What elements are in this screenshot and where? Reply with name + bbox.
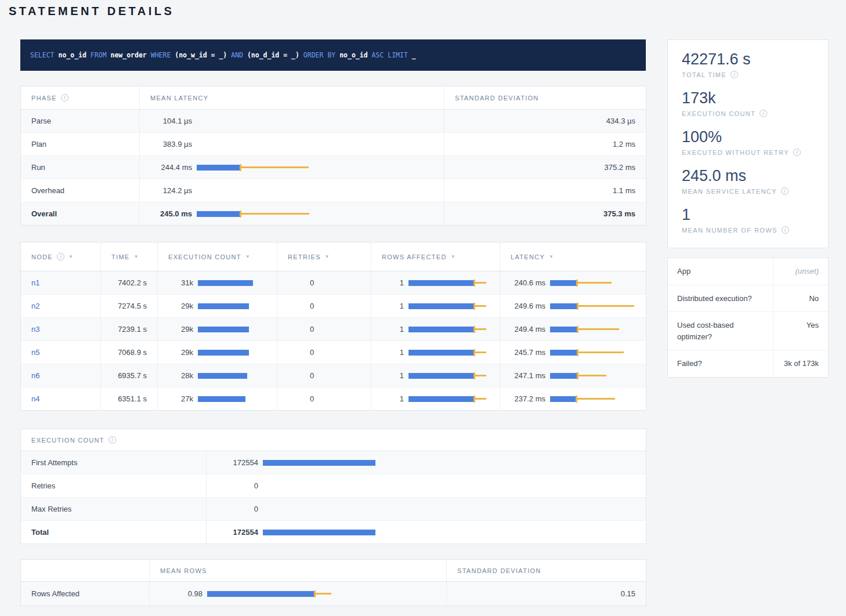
rows-affected-bar-chart (408, 278, 491, 288)
mean-tick (577, 303, 579, 310)
execution-row-value-cell: 0 (207, 474, 646, 498)
execution-table-header-row: EXECUTION COUNT i (21, 429, 646, 451)
execution-row-label: Retries (21, 474, 207, 498)
latency-bar-chart (197, 209, 436, 219)
cell-value: 0 (216, 505, 258, 513)
cell-value: 245.7 ms (509, 348, 545, 357)
sql-keyword: FROM (86, 51, 111, 59)
phase-row: Parse104.1 µs434.3 µs (21, 110, 646, 133)
exec-count-bar-chart (198, 325, 269, 334)
node-id-cell: n5 (21, 341, 101, 364)
node-retries-cell: 0 (277, 364, 371, 387)
count-bar-chart (263, 528, 638, 537)
info-icon[interactable]: i (57, 253, 64, 260)
node-column-header-node[interactable]: NODEi▼ (21, 242, 101, 271)
node-exec-count-cell: 29k (158, 295, 277, 318)
mean-bar (263, 460, 375, 466)
latency-bar-chart (550, 325, 638, 334)
node-retries-cell: 0 (277, 387, 371, 411)
node-column-header-latency[interactable]: LATENCY▼ (500, 242, 646, 271)
node-link[interactable]: n2 (31, 302, 39, 310)
cell-value: 29k (167, 348, 193, 357)
mean-bar (408, 350, 475, 356)
sql-keyword: ASC LIMIT (368, 51, 412, 59)
mean-tick (240, 164, 241, 171)
phase-row: Overhead124.2 µs1.1 ms (21, 179, 646, 202)
phase-name-cell: Overhead (21, 179, 140, 202)
cell-value: 1 (381, 278, 404, 287)
exec-count-bar-chart (198, 348, 269, 357)
mean-tick (473, 303, 475, 310)
execution-count-row: First Attempts172554 (21, 451, 646, 474)
execution-count-row: Retries0 (21, 474, 646, 498)
exec-count-bar-chart (198, 302, 269, 311)
exec-count-bar-chart (198, 278, 269, 288)
node-link[interactable]: n1 (31, 278, 39, 287)
stat-label: TOTAL TIME (682, 71, 726, 78)
node-latency-cell: 249.6 ms (500, 295, 646, 318)
node-row: n57068.9 s29k01245.7 ms (21, 341, 646, 364)
node-rows-affected-cell: 1 (371, 341, 500, 364)
info-icon[interactable]: i (731, 71, 738, 78)
latency-bar-chart (550, 371, 638, 381)
mean-bar (550, 373, 578, 379)
execution-row-value-cell: 172554 (207, 451, 646, 474)
phase-stddev-cell: 1.2 ms (444, 133, 646, 156)
info-icon[interactable]: i (61, 94, 68, 102)
mean-bar (550, 327, 578, 332)
node-id-cell: n1 (21, 271, 101, 295)
rows-affected-bar-chart (408, 348, 491, 357)
node-column-header-rows-affected[interactable]: ROWS AFFECTED▼ (371, 242, 500, 271)
node-column-header-retries[interactable]: RETRIES▼ (277, 242, 371, 271)
detail-row: App(unset) (668, 258, 828, 285)
node-link[interactable]: n6 (31, 371, 39, 380)
info-icon[interactable]: i (793, 148, 801, 156)
latency-bar-chart (550, 394, 638, 404)
info-icon[interactable]: i (109, 436, 116, 444)
cell-value: 1 (381, 302, 404, 310)
detail-row: Failed?3k of 173k (668, 350, 828, 377)
rows-affected-bar-chart (408, 394, 491, 404)
mean-bar (408, 303, 475, 309)
count-bar-chart (263, 481, 638, 491)
node-column-header-execution-count[interactable]: EXECUTION COUNT▼ (158, 242, 277, 271)
rows-stddev-cell: 0.15 (447, 582, 646, 606)
detail-label: App (668, 258, 773, 285)
node-link[interactable]: n4 (31, 394, 39, 403)
execution-count-row: Total172554 (21, 521, 646, 544)
info-icon[interactable]: i (760, 110, 767, 117)
node-row: n27274.5 s29k01249.6 ms (21, 295, 646, 318)
mean-bar (198, 280, 253, 286)
cell-value: 172554 (216, 528, 258, 537)
node-stats-table: NODEi▼TIME▼EXECUTION COUNT▼RETRIES▼ROWS … (20, 242, 646, 411)
latency-bar-chart (197, 163, 436, 172)
sql-identifier: no_o_id (339, 51, 367, 59)
latency-bar-chart (197, 140, 436, 149)
detail-value: (unset) (773, 258, 828, 285)
sql-keyword: WHERE (147, 51, 175, 59)
node-time-cell: 6351.1 s (101, 387, 158, 411)
info-icon[interactable]: i (782, 226, 789, 234)
stat-value: 245.0 ms (682, 166, 814, 186)
node-link[interactable]: n5 (31, 348, 39, 357)
execution-table-title: EXECUTION COUNT (31, 437, 104, 444)
detail-row: Distributed execution?No (668, 285, 828, 313)
node-link[interactable]: n3 (31, 325, 39, 334)
sql-identifier: new_order (110, 51, 146, 59)
node-column-header-time[interactable]: TIME▼ (101, 242, 158, 271)
info-icon[interactable]: i (781, 187, 789, 195)
phase-table-header-row: PHASEiMEAN LATENCYSTANDARD DEVIATION (21, 86, 646, 110)
mean-tick (473, 280, 475, 287)
phase-stddev-cell: 375.3 ms (444, 202, 646, 226)
node-exec-count-cell: 28k (158, 364, 277, 387)
mean-tick (473, 372, 475, 379)
node-rows-affected-cell: 1 (371, 318, 500, 341)
phase-stddev-cell: 434.3 µs (444, 110, 646, 133)
detail-value: Yes (773, 312, 828, 350)
mean-bar (408, 280, 475, 286)
stat-value: 1 (682, 205, 814, 224)
node-exec-count-cell: 27k (158, 387, 277, 411)
stat-value: 100% (682, 127, 814, 147)
execution-row-value-cell: 0 (207, 498, 646, 521)
column-header-label: RETRIES (288, 253, 321, 260)
